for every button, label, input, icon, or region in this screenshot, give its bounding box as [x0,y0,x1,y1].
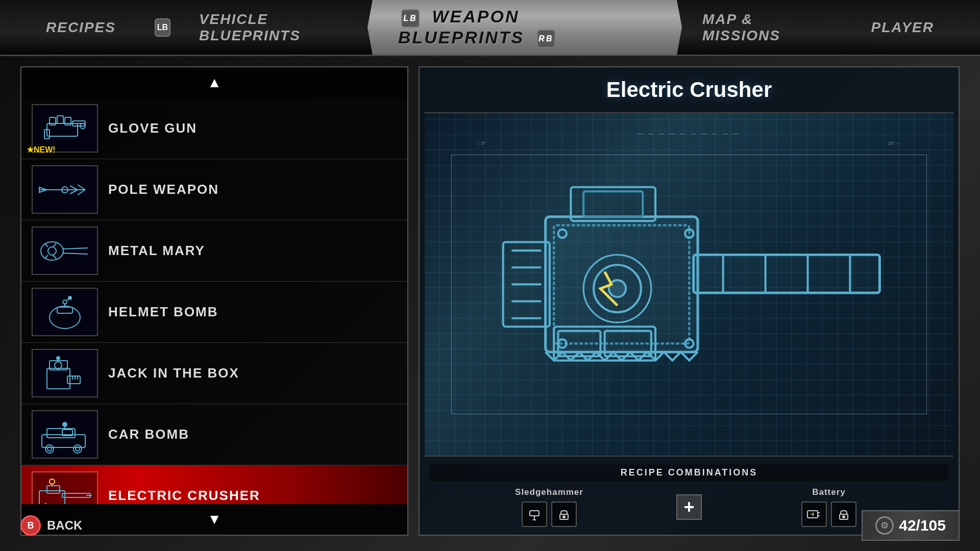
detail-title: Electric Crusher [420,67,959,112]
progress-text: 42/105 [899,517,946,534]
svg-line-12 [70,186,78,190]
svg-rect-24 [57,307,72,313]
weapon-icon-pole-weapon [32,165,98,214]
weapon-name: Pole Weapon [108,182,219,197]
ingredient-name-sledgehammer: Sledgehammer [515,487,583,497]
detail-panel: Electric Crusher — — — — — — — — — — ↕ 3… [419,66,960,536]
back-button[interactable]: B BACK [20,515,82,536]
nav-lb-button[interactable]: LB [155,18,170,37]
svg-point-47 [63,422,67,427]
svg-point-15 [41,242,63,260]
svg-line-20 [44,255,48,259]
nav-bar: RECIPES LB VEHICLE BLUEPRINTS LB WEAPON … [0,0,980,56]
svg-rect-52 [47,486,60,493]
progress-icon: ⚙ [875,516,894,535]
list-item[interactable]: Jack in the Box [21,343,407,404]
svg-line-10 [78,185,85,190]
svg-marker-51 [39,504,46,505]
svg-line-17 [62,253,88,254]
svg-point-42 [74,445,82,453]
back-button-label: BACK [47,518,82,533]
weapon-icon-metal-mary [32,227,98,275]
weapon-name: Electric Crusher [108,488,260,504]
back-button-icon: B [20,515,41,536]
bottom-bar: B BACK ⚙ 42/105 [20,510,960,541]
svg-line-13 [70,190,78,194]
svg-rect-81 [545,217,697,352]
svg-line-11 [78,190,85,195]
svg-rect-82 [693,255,879,293]
nav-map-missions[interactable]: MAP & MISSIONS [677,11,845,44]
svg-rect-34 [67,376,80,384]
svg-point-31 [55,362,62,369]
svg-line-16 [62,248,88,249]
list-item[interactable]: Helmet Bomb [21,282,407,343]
list-item[interactable]: Metal Mary [21,220,407,282]
svg-rect-48 [39,491,65,505]
weapon-name: Glove Gun [108,120,197,136]
svg-rect-3 [57,116,63,123]
weapon-icon-car-bomb [32,410,98,459]
ingredient-name-battery: Battery [812,487,846,497]
nav-weapon-blueprints[interactable]: LB WEAPON BLUEPRINTS RB [368,0,682,55]
svg-line-19 [53,243,56,247]
weapon-list-panel: ▲ [20,66,408,536]
svg-point-22 [48,247,56,255]
weapon-name: Metal Mary [108,243,205,259]
nav-player[interactable]: PLAYER [846,19,960,36]
nav-recipes[interactable]: RECIPES [20,19,141,36]
weapon-items-container: Glove Gun ★NEW! [21,98,407,504]
svg-point-28 [68,296,71,299]
weapon-icon-helmet-bomb [32,288,98,336]
nav-rb-button[interactable]: RB [537,30,555,48]
svg-point-33 [57,357,60,360]
main-content: ▲ [0,56,980,551]
list-item[interactable]: Pole Weapon [21,159,407,220]
weapon-name: Helmet Bomb [108,304,218,320]
nav-lb-weapon-button[interactable]: LB [401,9,420,28]
new-badge: ★NEW! [27,145,56,155]
list-item[interactable]: Car Bomb [21,404,407,465]
svg-point-41 [45,445,54,453]
list-item[interactable]: Glove Gun ★NEW! [21,98,407,159]
weapon-name: Jack in the Box [108,365,239,381]
weapon-icon-electric-crusher [32,471,98,504]
svg-rect-29 [47,368,70,389]
svg-rect-49 [62,493,90,497]
svg-line-21 [53,255,56,259]
svg-line-18 [44,243,48,247]
weapon-name: Car Bomb [108,427,189,442]
weapon-icon-jack-in-the-box [32,349,98,397]
blueprint-display: — — — — — — — — — — ↕ 3" 16" ↔ [425,112,953,457]
svg-rect-67 [583,191,643,217]
weapon-blueprint-svg [478,147,901,421]
svg-point-23 [50,306,80,329]
nav-vehicle-blueprints[interactable]: VEHICLE BLUEPRINTS [174,11,373,44]
scroll-up-button[interactable]: ▲ [21,67,407,98]
list-item[interactable]: Electric Crusher [21,465,407,504]
progress-box: ⚙ 42/105 [862,510,960,541]
recipe-title: RECIPE COMBINATIONS [430,464,948,481]
